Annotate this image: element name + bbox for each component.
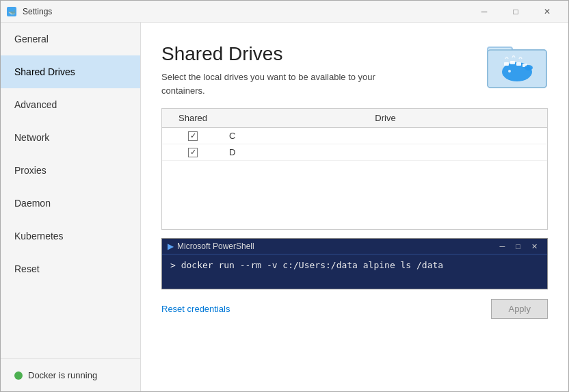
powershell-title: Microsoft PowerShell bbox=[177, 241, 496, 251]
content-area: General Shared Drives Advanced Network P… bbox=[1, 23, 568, 391]
minimize-button[interactable]: ─ bbox=[468, 1, 500, 23]
table-row: D bbox=[162, 144, 547, 161]
window-controls: ─ □ ✕ bbox=[468, 1, 563, 23]
status-bar: Docker is running bbox=[1, 358, 140, 391]
main-header: Shared Drives Select the local drives yo… bbox=[161, 43, 548, 97]
sidebar-item-general[interactable]: General bbox=[1, 23, 140, 55]
sidebar-item-network[interactable]: Network bbox=[1, 121, 140, 154]
table-empty-area bbox=[162, 161, 547, 229]
table-header: Shared Drive bbox=[162, 109, 547, 128]
drive-label-c: C bbox=[224, 131, 547, 141]
svg-rect-7 bbox=[510, 61, 515, 64]
docker-folder-icon bbox=[486, 36, 548, 91]
header-text-group: Shared Drives Select the local drives yo… bbox=[161, 43, 421, 97]
sidebar-item-proxies[interactable]: Proxies bbox=[1, 154, 140, 187]
powershell-window: ▶ Microsoft PowerShell ─ □ ✕ > docker ru… bbox=[161, 238, 548, 289]
titlebar: 🐳 Settings ─ □ ✕ bbox=[1, 1, 568, 23]
shared-cell-c bbox=[162, 131, 224, 141]
docker-title-icon: 🐳 bbox=[6, 6, 17, 17]
sidebar: General Shared Drives Advanced Network P… bbox=[1, 23, 141, 391]
sidebar-item-kubernetes[interactable]: Kubernetes bbox=[1, 220, 140, 252]
window-title: Settings bbox=[23, 7, 468, 16]
shared-cell-d bbox=[162, 148, 224, 157]
powershell-titlebar: ▶ Microsoft PowerShell ─ □ ✕ bbox=[162, 239, 547, 254]
close-button[interactable]: ✕ bbox=[531, 1, 563, 23]
checkbox-d[interactable] bbox=[188, 148, 198, 157]
docker-status-text: Docker is running bbox=[28, 370, 97, 380]
settings-window: 🐳 Settings ─ □ ✕ General Shared Drives A… bbox=[0, 0, 569, 392]
apply-button[interactable]: Apply bbox=[491, 299, 548, 319]
page-description: Select the local drives you want to be a… bbox=[161, 70, 421, 97]
powershell-icon: ▶ bbox=[168, 242, 173, 251]
maximize-button[interactable]: □ bbox=[500, 1, 531, 23]
svg-point-10 bbox=[525, 65, 533, 70]
svg-text:🐳: 🐳 bbox=[8, 8, 16, 16]
drive-label-d: D bbox=[224, 147, 547, 157]
bottom-bar: Reset credentials Apply bbox=[161, 289, 548, 328]
page-title: Shared Drives bbox=[161, 43, 421, 65]
column-header-drive: Drive bbox=[224, 113, 547, 123]
svg-rect-6 bbox=[504, 62, 509, 66]
sidebar-item-daemon[interactable]: Daemon bbox=[1, 187, 140, 220]
sidebar-item-reset[interactable]: Reset bbox=[1, 252, 140, 285]
sidebar-item-shared-drives[interactable]: Shared Drives bbox=[1, 55, 140, 88]
checkbox-c[interactable] bbox=[188, 131, 198, 141]
powershell-controls: ─ □ ✕ bbox=[496, 242, 542, 251]
table-row: C bbox=[162, 128, 547, 144]
powershell-content: > docker run --rm -v c:/Users:/data alpi… bbox=[162, 254, 547, 289]
main-content: Shared Drives Select the local drives yo… bbox=[141, 23, 568, 391]
sidebar-item-advanced[interactable]: Advanced bbox=[1, 88, 140, 121]
powershell-command: > docker run --rm -v c:/Users:/data alpi… bbox=[170, 260, 443, 270]
docker-status-indicator bbox=[14, 371, 23, 380]
reset-credentials-link[interactable]: Reset credentials bbox=[161, 304, 230, 314]
ps-maximize-button[interactable]: □ bbox=[512, 242, 525, 251]
column-header-shared: Shared bbox=[162, 113, 224, 123]
ps-close-button[interactable]: ✕ bbox=[527, 242, 542, 251]
svg-point-11 bbox=[508, 70, 511, 73]
svg-rect-8 bbox=[516, 62, 521, 66]
ps-minimize-button[interactable]: ─ bbox=[496, 242, 510, 251]
drives-table-wrapper: Shared Drive C D bbox=[161, 108, 548, 230]
